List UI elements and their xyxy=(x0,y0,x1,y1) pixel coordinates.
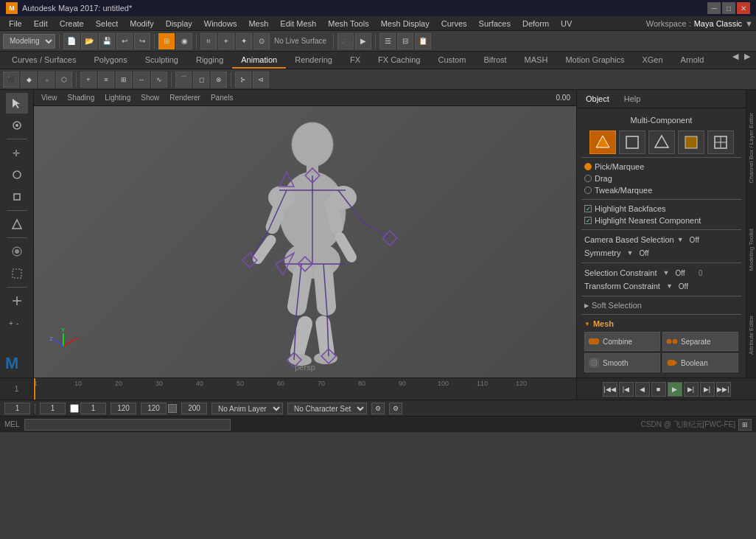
vt-lighting[interactable]: Lighting xyxy=(100,93,135,102)
ghost-button[interactable]: ◻ xyxy=(193,72,209,88)
menu-modify[interactable]: Modify xyxy=(124,18,159,29)
next-key-button[interactable]: ▶| xyxy=(700,382,715,397)
menu-create[interactable]: Create xyxy=(54,18,90,29)
menu-mesh-tools[interactable]: Mesh Tools xyxy=(322,18,374,29)
check-highlight-nearest[interactable]: ✓ Highlight Nearest Component xyxy=(581,215,741,226)
scale-tool[interactable] xyxy=(6,187,28,207)
undo-button[interactable]: ↩ xyxy=(116,33,133,49)
snap-point-button[interactable]: ✦ xyxy=(236,33,252,49)
snap-tool[interactable] xyxy=(6,291,28,311)
paint-select-tool[interactable] xyxy=(6,115,28,136)
tab-rigging[interactable]: Rigging xyxy=(187,52,232,69)
radio-pick-marquee[interactable]: Pick/Marquee xyxy=(581,161,741,173)
mesh-section-header[interactable]: ▼ Mesh xyxy=(581,318,741,330)
vsidebar-modeling-toolkit[interactable]: Modeling Toolkit xyxy=(747,226,755,274)
outliner-button[interactable]: 📋 xyxy=(415,33,431,49)
tab-polygons[interactable]: Polygons xyxy=(85,52,136,69)
save-button[interactable]: 💾 xyxy=(99,33,115,49)
render-button[interactable]: ▶ xyxy=(355,33,371,49)
vt-view[interactable]: View xyxy=(37,93,62,102)
menu-edit[interactable]: Edit xyxy=(28,18,54,29)
go-end-button[interactable]: ▶▶| xyxy=(716,382,731,397)
menu-display[interactable]: Display xyxy=(160,18,198,29)
ik-button[interactable]: ⊱ xyxy=(235,72,251,88)
radio-drag[interactable]: Drag xyxy=(581,173,741,184)
current-frame-input[interactable]: 1 xyxy=(4,403,30,414)
tab-fx[interactable]: FX xyxy=(341,52,369,69)
lasso-tool-button[interactable]: ◉ xyxy=(176,33,192,49)
tab-scroll-right[interactable]: ▶ xyxy=(741,52,753,69)
snap-surface-button[interactable]: ⊙ xyxy=(253,33,270,49)
workspace-dropdown-arrow[interactable]: ▼ xyxy=(745,19,753,28)
range-end-input[interactable]: 120 xyxy=(111,403,136,414)
camera-button[interactable]: 🎥 xyxy=(337,33,354,49)
boolean-button[interactable]: Boolean xyxy=(662,353,738,372)
vt-renderer[interactable]: Renderer xyxy=(165,93,205,102)
menu-select[interactable]: Select xyxy=(90,18,125,29)
attr-editor-button[interactable]: ⊟ xyxy=(397,33,413,49)
comp-icon-vertex[interactable] xyxy=(648,131,675,154)
frame-button[interactable]: ⊞ xyxy=(116,72,132,88)
tab-mash[interactable]: MASH xyxy=(516,52,557,69)
vsidebar-channel-box[interactable]: Channel Box / Layer Editor xyxy=(747,110,755,187)
mel-input[interactable] xyxy=(24,419,231,431)
prev-key-button[interactable]: |◀ xyxy=(619,382,634,397)
soft-selection-header[interactable]: ▶ Soft Selection xyxy=(581,299,741,311)
arrows-button[interactable]: ↔ xyxy=(133,72,150,88)
vt-show[interactable]: Show xyxy=(136,93,164,102)
xfm-constraint-arrow[interactable]: ▼ xyxy=(666,282,673,290)
smooth-button[interactable]: Smooth xyxy=(584,353,660,372)
tab-animation[interactable]: Animation xyxy=(232,52,286,69)
char-set-dropdown[interactable]: No Character Set xyxy=(287,403,367,414)
lasso-select[interactable] xyxy=(6,263,28,284)
menu-windows[interactable]: Windows xyxy=(198,18,243,29)
new-scene-button[interactable]: 📄 xyxy=(63,33,80,49)
anim-layer-dropdown[interactable]: No Anim Layer xyxy=(211,403,283,414)
snap-curve-button[interactable]: ⌖ xyxy=(218,33,234,49)
frame-input-5[interactable]: 120 xyxy=(141,403,167,414)
menu-curves[interactable]: Curves xyxy=(435,18,473,29)
plus-button[interactable]: + xyxy=(80,72,97,88)
tab-fx-caching[interactable]: FX Caching xyxy=(369,52,429,69)
sel-constraint-arrow[interactable]: ▼ xyxy=(662,269,669,277)
motion-path-button[interactable]: ⬦ xyxy=(38,72,55,88)
total-frames-input[interactable]: 200 xyxy=(181,403,207,414)
tab-xgen[interactable]: XGen xyxy=(633,52,671,69)
play-button[interactable]: ▶ xyxy=(668,382,682,397)
breakdown-button[interactable]: ◆ xyxy=(21,72,37,88)
tab-scroll-left[interactable]: ◀ xyxy=(729,52,741,69)
key-button[interactable]: ⬛ xyxy=(3,72,19,88)
redo-button[interactable]: ↪ xyxy=(134,33,150,49)
tab-bifrost[interactable]: Bifrost xyxy=(475,52,515,69)
menu-deform[interactable]: Deform xyxy=(517,18,555,29)
soft-select-tool[interactable] xyxy=(6,241,28,262)
mode-dropdown[interactable]: Modeling xyxy=(3,34,55,49)
select-tool[interactable] xyxy=(6,93,28,114)
comp-icon-multi[interactable] xyxy=(707,131,734,154)
range-start-input[interactable]: 1 xyxy=(40,403,66,414)
viewport-canvas[interactable]: X Y Z persp xyxy=(34,106,576,378)
vsidebar-attribute-editor[interactable]: Attribute Editor xyxy=(747,313,755,358)
rp-tab-object[interactable]: Object xyxy=(583,93,612,105)
select-tool-button[interactable]: ⊞ xyxy=(158,33,175,49)
comp-icon-face[interactable] xyxy=(589,131,616,154)
minimize-button[interactable]: ─ xyxy=(707,2,721,14)
next-frame-button[interactable]: ▶| xyxy=(684,382,699,397)
tab-rendering[interactable]: Rendering xyxy=(286,52,341,69)
separate-button[interactable]: Separate xyxy=(662,332,738,351)
menu-surfaces[interactable]: Surfaces xyxy=(473,18,517,29)
check-highlight-backfaces[interactable]: ✓ Highlight Backfaces xyxy=(581,203,741,215)
comp-icon-uv[interactable] xyxy=(678,131,704,154)
tab-sculpting[interactable]: Sculpting xyxy=(136,52,187,69)
vt-shading[interactable]: Shading xyxy=(63,93,99,102)
menu-mesh[interactable]: Mesh xyxy=(242,18,274,29)
channel-box-button[interactable]: ☰ xyxy=(379,33,396,49)
tab-motion-graphics[interactable]: Motion Graphics xyxy=(556,52,633,69)
anim-layer-settings[interactable]: ⚙ xyxy=(371,403,385,414)
comp-icon-edge[interactable] xyxy=(619,131,645,154)
maximize-button[interactable]: □ xyxy=(722,2,735,14)
combine-button[interactable]: Combine xyxy=(584,332,660,351)
constraint-button[interactable]: ⊗ xyxy=(211,72,227,88)
timeline-area[interactable]: 1 1 10 20 30 40 50 60 70 80 90 100 110 1… xyxy=(0,378,756,400)
stop-button[interactable]: ■ xyxy=(651,382,666,397)
